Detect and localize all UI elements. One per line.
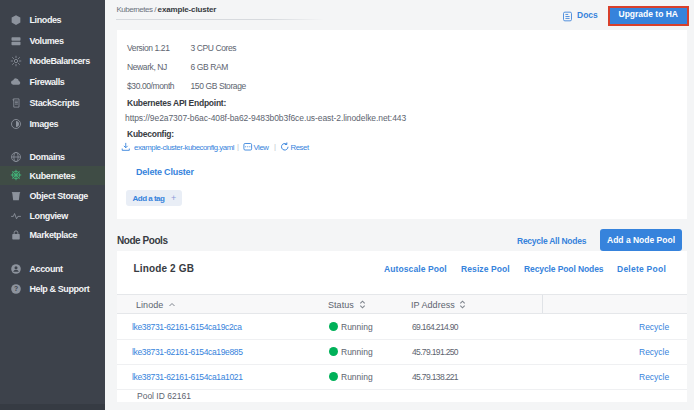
svg-text:?: ? (13, 285, 17, 292)
